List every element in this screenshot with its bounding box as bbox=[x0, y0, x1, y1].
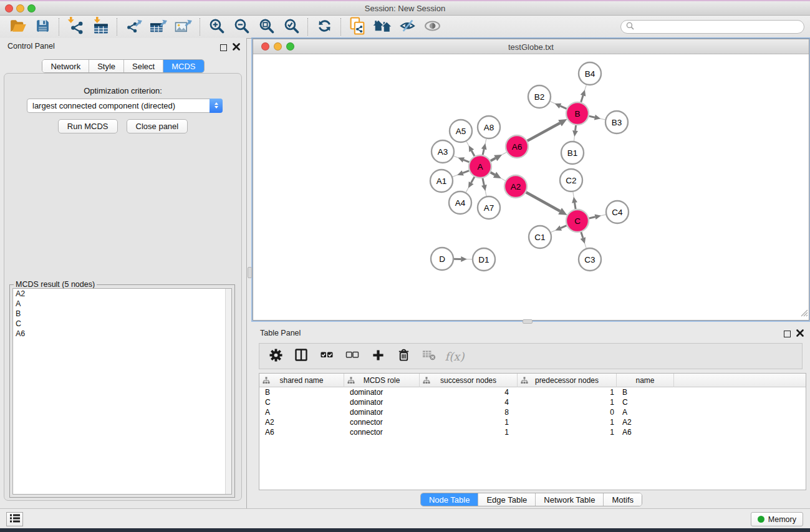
table-cell[interactable]: A6 bbox=[617, 427, 674, 437]
search-input[interactable] bbox=[637, 22, 793, 32]
graph-node-D[interactable]: D bbox=[431, 248, 453, 270]
graph-edge-A-A2[interactable] bbox=[491, 172, 506, 180]
graph-edge-B-B2[interactable] bbox=[550, 102, 566, 109]
delete-column-button[interactable] bbox=[395, 348, 412, 364]
graph-edge-C-C2[interactable] bbox=[572, 192, 577, 209]
float-table-panel-icon[interactable] bbox=[784, 331, 791, 337]
tab-node-table[interactable]: Node Table bbox=[421, 493, 479, 506]
split-table-button[interactable] bbox=[293, 348, 309, 364]
table-cell[interactable]: A6 bbox=[259, 427, 344, 437]
table-cell[interactable]: 0 bbox=[518, 407, 617, 417]
result-list-scrollbar[interactable] bbox=[225, 289, 231, 494]
mcds-result-item[interactable]: B bbox=[13, 309, 231, 319]
table-cell[interactable]: A2 bbox=[259, 417, 344, 427]
close-panel-icon[interactable] bbox=[233, 42, 240, 53]
graph-edge-B-B3[interactable] bbox=[589, 115, 605, 120]
close-table-panel-icon[interactable] bbox=[796, 328, 804, 339]
column-header-shared-name[interactable]: shared name bbox=[259, 374, 344, 387]
show-hidden-button[interactable] bbox=[420, 17, 445, 37]
table-cell[interactable]: 1 bbox=[518, 397, 617, 407]
export-network-button[interactable] bbox=[121, 17, 146, 37]
zoom-out-button[interactable] bbox=[229, 17, 254, 37]
graph-node-C2[interactable]: C2 bbox=[560, 169, 582, 191]
table-cell[interactable]: dominator bbox=[344, 397, 420, 407]
graph-node-C4[interactable]: C4 bbox=[606, 201, 629, 223]
table-cell[interactable]: connector bbox=[344, 417, 420, 427]
graph-edge-A2-C[interactable] bbox=[526, 192, 567, 215]
network-window-titlebar[interactable]: testGlobe.txt bbox=[253, 39, 809, 54]
close-panel-button[interactable]: Close panel bbox=[127, 119, 188, 133]
add-column-button[interactable] bbox=[370, 348, 386, 364]
open-file-button[interactable] bbox=[5, 17, 30, 37]
graph-node-A2[interactable]: A2 bbox=[504, 175, 527, 198]
graph-edge-A-A7[interactable] bbox=[481, 178, 487, 196]
column-header-predecessor-nodes[interactable]: predecessor nodes bbox=[518, 374, 617, 387]
graph-edge-B-B4[interactable] bbox=[581, 85, 587, 102]
clone-network-button[interactable] bbox=[345, 17, 370, 37]
graph-node-C1[interactable]: C1 bbox=[529, 226, 551, 248]
float-panel-icon[interactable] bbox=[220, 44, 227, 51]
import-table-button[interactable] bbox=[88, 17, 113, 37]
graph-edge-A-A6[interactable] bbox=[491, 152, 507, 161]
table-cell[interactable]: 4 bbox=[420, 387, 518, 397]
network-overview-button[interactable] bbox=[370, 17, 395, 37]
table-cell[interactable]: connector bbox=[344, 427, 420, 437]
graph-edge-A-A8[interactable] bbox=[481, 139, 487, 155]
graph-node-D1[interactable]: D1 bbox=[473, 248, 495, 271]
export-table-button[interactable] bbox=[146, 17, 171, 37]
tab-network[interactable]: Network bbox=[42, 60, 89, 72]
network-canvas[interactable]: B4B2BB3A5A8A6A3B1AA1C2A2A4A7CC4C1C3DD1 bbox=[253, 54, 809, 320]
graph-edge-A-A1[interactable] bbox=[453, 170, 469, 177]
graph-node-C3[interactable]: C3 bbox=[579, 248, 601, 271]
tab-mcds[interactable]: MCDS bbox=[163, 60, 203, 72]
refresh-button[interactable] bbox=[312, 17, 337, 37]
graph-node-B1[interactable]: B1 bbox=[561, 142, 584, 164]
export-image-button[interactable] bbox=[171, 17, 196, 37]
graph-edge-A-A3[interactable] bbox=[454, 156, 470, 162]
table-cell[interactable]: 1 bbox=[518, 427, 617, 437]
table-cell[interactable]: 1 bbox=[420, 417, 518, 427]
table-cell[interactable]: C bbox=[259, 397, 344, 407]
table-cell[interactable]: 1 bbox=[518, 417, 617, 427]
memory-button[interactable]: Memory bbox=[751, 512, 803, 526]
mcds-result-item[interactable]: C bbox=[13, 319, 231, 329]
deselect-all-checkboxes-button[interactable] bbox=[344, 348, 360, 364]
mcds-result-item[interactable]: A bbox=[13, 299, 231, 309]
graph-node-A1[interactable]: A1 bbox=[430, 170, 453, 192]
select-all-checkboxes-button[interactable] bbox=[319, 348, 335, 364]
tab-network-table[interactable]: Network Table bbox=[536, 493, 604, 506]
graph-edge-C-C1[interactable] bbox=[551, 225, 566, 232]
graph-node-B4[interactable]: B4 bbox=[579, 62, 601, 85]
table-cell[interactable]: A bbox=[617, 407, 674, 417]
tab-style[interactable]: Style bbox=[89, 60, 124, 72]
optimization-criterion-dropdown[interactable]: largest connected component (directed) bbox=[27, 99, 223, 113]
table-cell[interactable]: 1 bbox=[518, 387, 617, 397]
graph-edge-A6-B[interactable] bbox=[528, 119, 567, 141]
run-mcds-button[interactable]: Run MCDS bbox=[58, 119, 118, 133]
search-box[interactable] bbox=[620, 20, 804, 34]
graph-node-A6[interactable]: A6 bbox=[506, 135, 528, 158]
save-session-button[interactable] bbox=[30, 17, 55, 37]
graph-node-A5[interactable]: A5 bbox=[450, 120, 472, 142]
graph-edge-B-B1[interactable] bbox=[572, 125, 578, 141]
graph-edge-C-C4[interactable] bbox=[589, 214, 606, 220]
column-header-name[interactable]: name bbox=[617, 374, 674, 387]
table-cell[interactable]: B bbox=[617, 387, 674, 397]
import-network-button[interactable] bbox=[63, 17, 88, 37]
graph-node-A8[interactable]: A8 bbox=[478, 116, 500, 138]
graph-edge-A-A4[interactable] bbox=[466, 177, 475, 193]
graph-edge-C-C3[interactable] bbox=[581, 232, 587, 248]
table-cell[interactable]: dominator bbox=[344, 387, 420, 397]
tab-select[interactable]: Select bbox=[124, 60, 163, 72]
view-table-divider-handle[interactable] bbox=[523, 319, 533, 324]
graph-node-A7[interactable]: A7 bbox=[478, 196, 500, 219]
table-cell[interactable]: A bbox=[259, 407, 344, 417]
graph-node-B[interactable]: B bbox=[566, 102, 589, 125]
resize-grip-icon[interactable] bbox=[799, 308, 808, 319]
panel-divider-handle[interactable] bbox=[248, 267, 252, 278]
table-cell[interactable]: 1 bbox=[420, 427, 518, 437]
column-header-successor-nodes[interactable]: successor nodes bbox=[420, 374, 518, 387]
graph-edge-A-A5[interactable] bbox=[466, 142, 475, 157]
graph-node-A4[interactable]: A4 bbox=[449, 191, 471, 214]
graph-node-A3[interactable]: A3 bbox=[432, 140, 454, 163]
